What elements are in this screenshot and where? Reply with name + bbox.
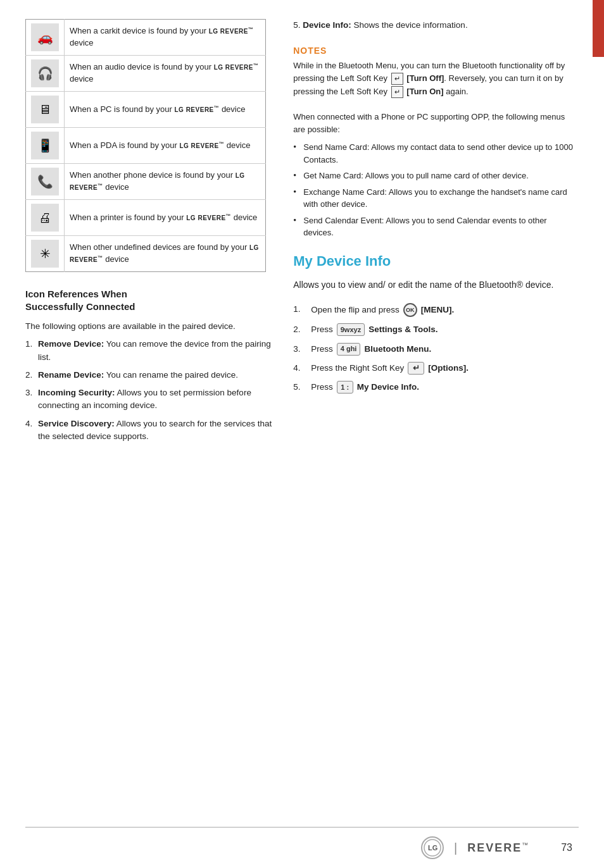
key-btn-4: 1 :	[337, 381, 353, 394]
step-text: Open the flip and press	[311, 304, 400, 316]
brand-lg: LG REVERE™	[70, 172, 245, 191]
step-item: 1. Open the flip and press OK [MENU].	[293, 303, 579, 317]
step-text: Press	[311, 381, 333, 394]
icon-desc-2: When a PC is found by your LG REVERE™ de…	[65, 92, 266, 128]
notes-section: NOTES While in the Bluetooth Menu, you c…	[293, 46, 579, 239]
step-num: 4.	[293, 362, 306, 375]
icon-cell: 🎧	[26, 56, 65, 92]
bullet-item: Exchange Name Card: Allows you to exchan…	[293, 186, 579, 211]
brand-lg: LG REVERE™	[209, 28, 254, 35]
item-num: 1.	[25, 338, 32, 350]
item-term: Incoming Security:	[38, 388, 115, 397]
icon-table-row: 🖥 When a PC is found by your LG REVERE™ …	[26, 92, 266, 128]
step-suffix-label: [MENU].	[421, 304, 455, 316]
item-num: 4.	[25, 418, 32, 430]
icon-table-row: 🚗 When a carkit device is found by your …	[26, 20, 266, 56]
icon-cell: 🚗	[26, 20, 65, 56]
item-num: 3.	[25, 387, 32, 399]
icon-desc-1: When an audio device is found by your LG…	[65, 56, 266, 92]
icon-table-row: 📱 When a PDA is found by your LG REVERE™…	[26, 128, 266, 164]
icon-cell: 🖨	[26, 200, 65, 236]
bullet-item: Send Name Card: Allows my contact data t…	[293, 141, 579, 166]
step-item: 4. Press the Right Soft Key ↵ [Options].	[293, 362, 579, 375]
my-device-steps: 1. Open the flip and press OK [MENU]. 2.…	[293, 303, 579, 394]
icon-ref-item: 2.Rename Device: You can rename the pair…	[25, 369, 274, 381]
icon-ref-item: 4.Service Discovery: Allows you to searc…	[25, 418, 274, 443]
icon-table-row: 🖨 When a printer is found by your LG REV…	[26, 200, 266, 236]
step-num: 1.	[293, 303, 306, 316]
item-term: Service Discovery:	[38, 419, 115, 428]
footer-page-number: 73	[561, 842, 572, 853]
icon-cell: 📱	[26, 128, 65, 164]
item-5: 5. Device Info: Shows the device informa…	[293, 19, 579, 32]
item-num: 2.	[25, 369, 32, 381]
step-item: 2. Press 9wxyz Settings & Tools.	[293, 323, 579, 336]
footer-separator: |	[454, 841, 457, 855]
bullet-item: Send Calendar Event: Allows you to send …	[293, 214, 579, 239]
step-text: Press	[311, 343, 333, 356]
icon-table-row: 📞 When another phone device is found by …	[26, 164, 266, 200]
step-item: 3. Press 4 ghi Bluetooth Menu.	[293, 343, 579, 356]
icon-table-row: ✳ When other undefined devices are found…	[26, 236, 266, 272]
step-suffix-label: My Device Info.	[357, 381, 419, 394]
device-icon-6: ✳	[31, 240, 59, 268]
notes-body: While in the Bluetooth Menu, you can tur…	[293, 59, 579, 239]
softkey-btn: ↵	[408, 362, 424, 375]
device-icon-5: 🖨	[31, 204, 59, 232]
icon-cell: ✳	[26, 236, 65, 272]
my-device-intro: Allows you to view and/ or edit the name…	[293, 278, 579, 292]
icon-ref-intro: The following options are available in t…	[25, 320, 274, 333]
left-column: 🚗 When a carkit device is found by your …	[25, 19, 287, 814]
item-5-term: Device Info:	[303, 20, 351, 30]
icon-cell: 🖥	[26, 92, 65, 128]
item-term: Rename Device:	[38, 370, 104, 380]
step-suffix-label: Bluetooth Menu.	[364, 343, 431, 356]
content-area: 🚗 When a carkit device is found by your …	[0, 0, 604, 827]
icon-ref-item: 1.Remove Device: You can remove the devi…	[25, 338, 274, 364]
step-content: Press the Right Soft Key ↵ [Options].	[311, 362, 469, 375]
icon-ref-item: 3.Incoming Security: Allows you to set p…	[25, 387, 274, 412]
step-content: Press 4 ghi Bluetooth Menu.	[311, 343, 431, 356]
step-num: 5.	[293, 381, 306, 394]
brand-lg: LG REVERE™	[214, 64, 259, 71]
notes-title: NOTES	[293, 46, 579, 56]
key-btn-2: 4 ghi	[337, 343, 361, 356]
icon-reference-table: 🚗 When a carkit device is found by your …	[25, 19, 266, 272]
step-text: Press the Right Soft Key	[311, 362, 404, 375]
icon-ref-heading: Icon References WhenSuccessfully Connect…	[25, 288, 274, 314]
bullet-item: Get Name Card: Allows you to pull name c…	[293, 170, 579, 182]
step-suffix-label: Settings & Tools.	[368, 323, 437, 336]
step-content: Press 9wxyz Settings & Tools.	[311, 323, 437, 336]
brand-lg: LG REVERE™	[186, 214, 231, 221]
step-num: 2.	[293, 323, 306, 336]
icon-desc-5: When a printer is found by your LG REVER…	[65, 200, 266, 236]
step-suffix-label: [Options].	[428, 362, 469, 375]
icon-table-row: 🎧 When an audio device is found by your …	[26, 56, 266, 92]
step-content: Press 1 : My Device Info.	[311, 381, 419, 394]
right-column: 5. Device Info: Shows the device informa…	[287, 19, 579, 814]
turn-off-key: ↵	[391, 73, 403, 85]
brand-lg: LG REVERE™	[70, 244, 259, 263]
device-icon-0: 🚗	[31, 23, 59, 51]
turn-on-key: ↵	[391, 86, 403, 98]
svg-text:LG: LG	[428, 844, 437, 852]
icon-ref-list: 1.Remove Device: You can remove the devi…	[25, 338, 274, 443]
key-btn-1: 9wxyz	[337, 323, 365, 336]
opp-menu-list: Send Name Card: Allows my contact data t…	[293, 141, 579, 239]
device-icon-4: 📞	[31, 168, 59, 195]
step-num: 3.	[293, 343, 306, 356]
icon-desc-3: When a PDA is found by your LG REVERE™ d…	[65, 128, 266, 164]
device-icon-3: 📱	[31, 132, 59, 159]
icon-desc-4: When another phone device is found by yo…	[65, 164, 266, 200]
brand-lg: LG REVERE™	[174, 106, 219, 113]
step-text: Press	[311, 323, 333, 336]
red-tab-decoration	[593, 0, 604, 57]
icon-desc-6: When other undefined devices are found b…	[65, 236, 266, 272]
lg-logo: LG	[421, 836, 444, 859]
brand-lg: LG REVERE™	[179, 142, 224, 149]
step-item: 5. Press 1 : My Device Info.	[293, 381, 579, 394]
icon-cell: 📞	[26, 164, 65, 200]
step-content: Open the flip and press OK [MENU].	[311, 303, 454, 317]
device-icon-1: 🎧	[31, 59, 59, 87]
footer: LG | REVERE™ 73	[0, 828, 604, 868]
